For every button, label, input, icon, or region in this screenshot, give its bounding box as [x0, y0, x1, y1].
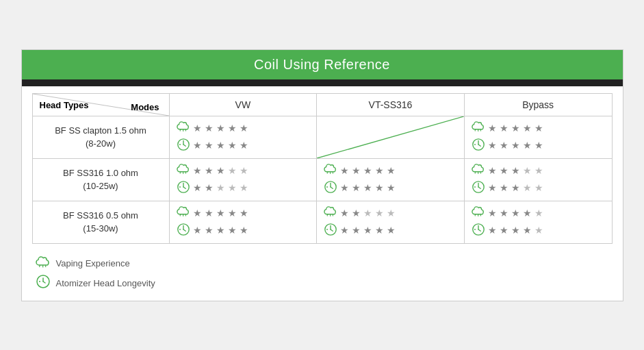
rating-cell: ★★★★★ ★★★★★ — [317, 158, 465, 201]
svg-line-12 — [183, 187, 185, 188]
rating-cell: ★★★★★ ★★★★★ — [169, 201, 317, 243]
svg-line-16 — [331, 187, 333, 188]
cloud-icon — [177, 206, 190, 221]
cloud-icon — [36, 255, 51, 271]
cloud-rating: ★★★★★ — [472, 121, 605, 136]
svg-line-24 — [183, 229, 185, 231]
svg-point-25 — [179, 229, 181, 230]
black-bar — [22, 79, 623, 86]
rating-cell: ★★★★★ ★★★★★ — [464, 116, 612, 158]
svg-line-28 — [331, 229, 333, 231]
cloud-rating: ★★★★★ — [324, 164, 457, 178]
table-row: BF SS clapton 1.5 ohm(8-20w) ★★★★★ ★★★★★ — [32, 116, 612, 158]
svg-point-21 — [474, 186, 476, 188]
legend: Vaping Experience Atomizer Head Longevit… — [22, 247, 623, 301]
clock-icon — [324, 223, 337, 238]
clock-rating: ★★★★★ — [324, 180, 457, 196]
rating-cell: ★★★★★ ★★★★★ — [169, 116, 317, 158]
clock-rating: ★★★★★ — [472, 138, 605, 153]
rating-cell-na — [317, 116, 465, 158]
cloud-icon — [177, 164, 190, 178]
legend-cloud: Vaping Experience — [36, 255, 609, 271]
modes-label: Modes — [131, 102, 159, 112]
svg-line-36 — [43, 282, 45, 283]
rating-cell: ★★★★★ ★★★★★ — [464, 158, 612, 201]
clock-rating: ★★★★★ — [177, 180, 310, 196]
cloud-icon — [472, 206, 485, 221]
clock-icon — [177, 180, 190, 196]
col-bypass: Bypass — [464, 93, 612, 116]
cloud-rating: ★★★★★ — [177, 164, 310, 178]
svg-line-32 — [478, 229, 480, 231]
cloud-icon — [324, 206, 337, 221]
legend-clock-label: Atomizer Head Longevity — [56, 278, 155, 288]
clock-rating: ★★★★★ — [472, 180, 605, 196]
svg-line-3 — [183, 145, 185, 146]
svg-line-20 — [478, 187, 480, 188]
clock-rating: ★★★★★ — [177, 138, 310, 153]
cloud-rating: ★★★★★ — [177, 121, 310, 136]
col-vw: VW — [169, 93, 317, 116]
rating-cell: ★★★★★ ★★★★★ — [169, 158, 317, 201]
clock-icon — [472, 138, 485, 153]
card: Coil Using Reference Modes Head Types VW — [21, 49, 623, 301]
legend-cloud-label: Vaping Experience — [56, 258, 130, 268]
card-header: Coil Using Reference — [22, 50, 623, 79]
svg-line-8 — [478, 145, 480, 146]
corner-cell: Modes Head Types — [32, 93, 169, 116]
clock-icon — [472, 180, 485, 196]
clock-rating: ★★★★★ — [177, 223, 310, 238]
svg-point-13 — [179, 186, 181, 188]
clock-icon — [36, 274, 51, 292]
svg-point-4 — [179, 144, 181, 145]
row-label: BF SS clapton 1.5 ohm(8-20w) — [32, 116, 169, 158]
table-row: BF SS316 0.5 ohm(15-30w) ★★★★★ ★★★★★ ★★★… — [32, 201, 612, 243]
rating-cell: ★★★★★ ★★★★★ — [464, 201, 612, 243]
clock-icon — [177, 223, 190, 238]
rating-cell: ★★★★★ ★★★★★ — [317, 201, 465, 243]
svg-point-33 — [474, 229, 476, 230]
cloud-icon — [324, 164, 337, 178]
svg-point-17 — [326, 186, 328, 188]
svg-point-37 — [39, 281, 40, 282]
clock-rating: ★★★★★ — [472, 223, 605, 238]
clock-icon — [324, 180, 337, 196]
cloud-rating: ★★★★★ — [324, 206, 457, 221]
title: Coil Using Reference — [254, 57, 390, 72]
col-vt: VT-SS316 — [317, 93, 465, 116]
table-row: BF SS316 1.0 ohm(10-25w) ★★★★★ ★★★★★ ★★★… — [32, 158, 612, 201]
svg-line-5 — [317, 116, 464, 158]
cloud-rating: ★★★★★ — [472, 206, 605, 221]
row-label: BF SS316 0.5 ohm(15-30w) — [32, 201, 169, 243]
svg-point-9 — [474, 144, 476, 145]
cloud-icon — [177, 121, 190, 136]
reference-table: Modes Head Types VW VT-SS316 Bypass BF S… — [32, 93, 613, 244]
table-wrapper: Modes Head Types VW VT-SS316 Bypass BF S… — [22, 86, 623, 247]
cloud-rating: ★★★★★ — [472, 164, 605, 178]
clock-rating: ★★★★★ — [324, 223, 457, 238]
clock-icon — [472, 223, 485, 238]
legend-clock: Atomizer Head Longevity — [36, 274, 609, 292]
cloud-rating: ★★★★★ — [177, 206, 310, 221]
svg-point-29 — [326, 229, 328, 230]
head-types-label: Head Types — [40, 100, 89, 110]
cloud-icon — [472, 121, 485, 136]
cloud-icon — [472, 164, 485, 178]
row-label: BF SS316 1.0 ohm(10-25w) — [32, 158, 169, 201]
clock-icon — [177, 138, 190, 153]
